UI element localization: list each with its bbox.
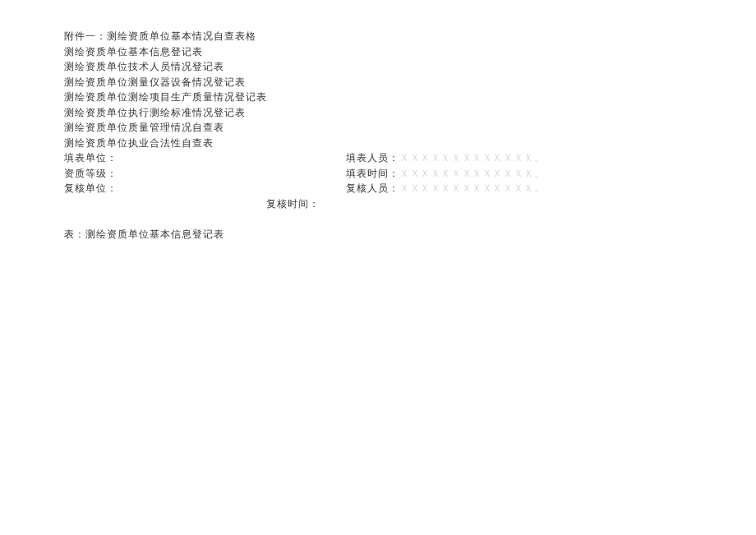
list-item: 测绘资质单位执业合法性自查表 [64,136,692,151]
field-label-right: 填表时间： [346,166,399,182]
list-item: 测绘资质单位技术人员情况登记表 [64,59,692,75]
field-row: 填表单位： 填表人员： ＸＸＸＸＸＸＸＸＸＸＸＸＸ。 [64,150,692,166]
list-item: 测绘资质单位基本信息登记表 [64,44,692,60]
blank-line [64,211,692,227]
field-label-right: 复核人员： [346,181,399,196]
list-item: 测绘资质单位质量管理情况自查表 [64,120,692,136]
field-label-left: 资质等级： [64,166,346,182]
list-item: 测绘资质单位测绘项目生产质量情况登记表 [64,90,692,105]
field-row: 资质等级： 填表时间： ＸＸＸＸＸＸＸＸＸＸＸＸＸ。 [64,166,692,182]
field-label-right: 填表人员： [346,150,399,166]
doc-title: 附件一：测绘资质单位基本情况自查表格 [64,29,692,44]
field-label-left: 复核单位： [64,181,346,196]
field-value: ＸＸＸＸＸＸＸＸＸＸＸＸＸ。 [399,150,544,166]
field-row: 复核单位： 复核人员： ＸＸＸＸＸＸＸＸＸＸＸＸＸ。 [64,181,692,196]
list-item: 测绘资质单位执行测绘标准情况登记表 [64,105,692,121]
table-caption: 表：测绘资质单位基本信息登记表 [64,227,692,242]
field-label-center: 复核时间： [64,196,692,212]
field-value: ＸＸＸＸＸＸＸＸＸＸＸＸＸ。 [399,166,544,182]
field-label-left: 填表单位： [64,150,346,166]
field-value: ＸＸＸＸＸＸＸＸＸＸＸＸＸ。 [399,181,544,196]
list-item: 测绘资质单位测量仪器设备情况登记表 [64,75,692,90]
